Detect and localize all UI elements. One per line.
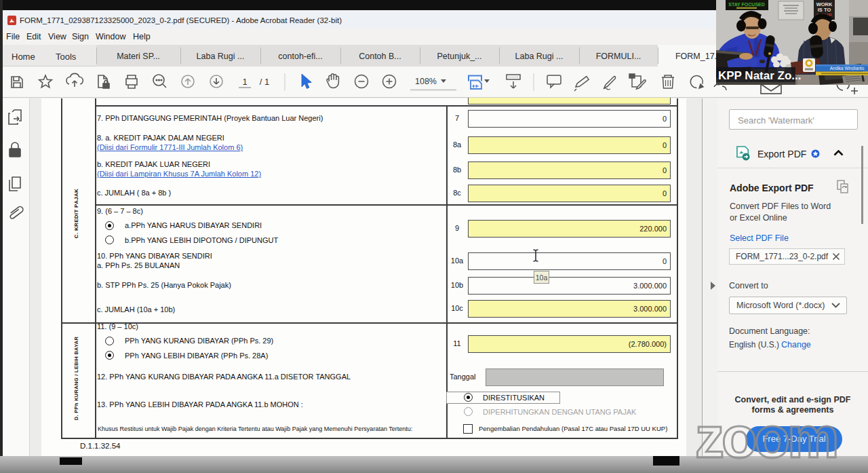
- svg-text:KPP Natar Zo...: KPP Natar Zo...: [718, 69, 802, 82]
- svg-text:1: 1: [242, 77, 247, 87]
- svg-text:108%: 108%: [415, 77, 437, 86]
- svg-text:/ 1: / 1: [260, 77, 269, 87]
- svg-text:Andika Windianto: Andika Windianto: [830, 66, 865, 71]
- svg-text:STAY FOCUSED: STAY FOCUSED: [728, 2, 765, 7]
